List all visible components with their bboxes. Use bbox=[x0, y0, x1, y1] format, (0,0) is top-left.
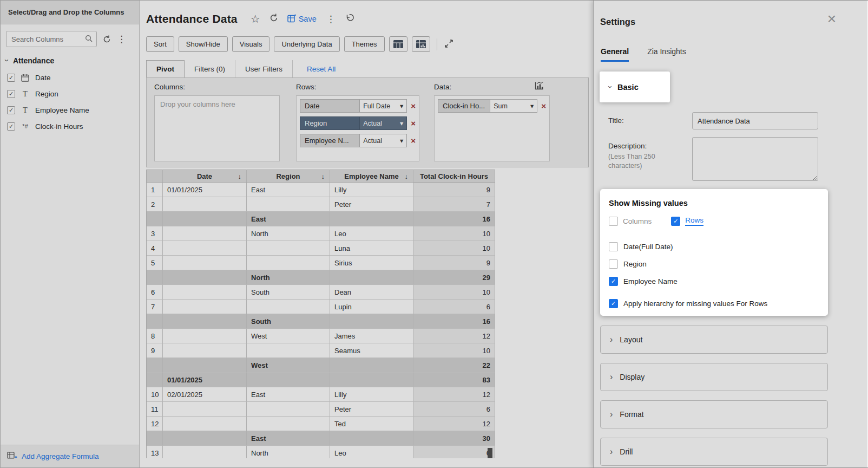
settings-section-layout[interactable]: ›Layout bbox=[600, 326, 828, 354]
columns-dropzone[interactable]: Drop your columns here bbox=[154, 95, 280, 161]
basic-section-header[interactable]: › Basic bbox=[600, 72, 670, 102]
refresh-columns-icon[interactable] bbox=[102, 35, 111, 44]
missing-option-apply-hierarchy-for-missing-values-for-rows[interactable]: ✓Apply hierarchy for missing values For … bbox=[609, 299, 819, 308]
reset-all-link[interactable]: Reset All bbox=[307, 60, 336, 77]
compact-view-icon[interactable] bbox=[389, 36, 407, 52]
row-chip-region[interactable]: RegionActual▾ bbox=[300, 116, 407, 130]
field-item-employee-name[interactable]: ✓TEmployee Name bbox=[7, 102, 136, 118]
table-scrollbar-thumb[interactable] bbox=[488, 448, 492, 458]
missing-option-date-full-date[interactable]: Date(Full Date) bbox=[609, 242, 819, 251]
settings-section-display[interactable]: ›Display bbox=[600, 363, 828, 391]
tab-filters[interactable]: Filters (0) bbox=[185, 60, 235, 77]
table-row: 3NorthLeo10 bbox=[147, 226, 496, 241]
cell-hours: 9 bbox=[413, 183, 495, 197]
chip-mode-select[interactable]: Actual▾ bbox=[359, 134, 407, 147]
description-field[interactable] bbox=[692, 137, 818, 181]
remove-chip-icon[interactable]: × bbox=[411, 102, 416, 110]
table-row: 7Lupin6 bbox=[147, 300, 496, 314]
close-icon[interactable]: × bbox=[827, 11, 836, 27]
toolbar-button-sort[interactable]: Sort bbox=[146, 36, 174, 52]
chip-mode-select[interactable]: Full Date▾ bbox=[359, 99, 407, 113]
add-aggregate-formula-link[interactable]: Add Aggregate Formula bbox=[22, 452, 99, 460]
title-more-options-icon[interactable]: ⋮ bbox=[326, 14, 336, 25]
settings-tab-zia-insights[interactable]: Zia Insights bbox=[647, 47, 686, 62]
cell-emp bbox=[330, 431, 413, 446]
rows-checkbox[interactable]: ✓ bbox=[671, 217, 680, 226]
settings-section-drill[interactable]: ›Drill bbox=[600, 438, 828, 466]
header-cell-employee-name[interactable]: Employee Name↓ bbox=[330, 170, 413, 183]
field-item-region[interactable]: ✓TRegion bbox=[7, 86, 136, 102]
sidebar-more-options-icon[interactable]: ⋮ bbox=[117, 34, 126, 45]
text-icon: T bbox=[21, 89, 30, 99]
resize-columns-icon[interactable] bbox=[444, 40, 454, 49]
checkbox[interactable]: ✓ bbox=[609, 299, 618, 308]
title-field[interactable] bbox=[692, 112, 818, 129]
field-item-date[interactable]: ✓Date bbox=[7, 69, 136, 86]
sort-descending-icon[interactable]: ↓ bbox=[321, 172, 325, 180]
missing-option-region[interactable]: Region bbox=[609, 259, 819, 269]
cell-date bbox=[163, 417, 247, 431]
toolbar-button-themes[interactable]: Themes bbox=[344, 36, 385, 52]
cell-num: 1 bbox=[147, 183, 163, 197]
cell-region bbox=[247, 402, 330, 417]
save-button[interactable]: Save bbox=[287, 14, 317, 24]
row-chip-employee-n[interactable]: Employee N...Actual▾ bbox=[300, 134, 407, 147]
settings-tabs: GeneralZia Insights bbox=[601, 47, 686, 62]
columns-checkbox[interactable] bbox=[609, 217, 618, 226]
settings-tab-general[interactable]: General bbox=[601, 47, 629, 62]
search-input[interactable] bbox=[6, 31, 97, 47]
cell-num: 4 bbox=[147, 241, 163, 256]
checkbox[interactable] bbox=[609, 259, 618, 269]
checkbox[interactable] bbox=[609, 242, 618, 251]
undo-icon[interactable] bbox=[344, 13, 354, 25]
cell-hours: 6 bbox=[413, 402, 495, 417]
chip-mode-select[interactable]: Sum▾ bbox=[490, 99, 537, 113]
checkbox-label: Employee Name bbox=[623, 277, 678, 285]
pivot-chart-icon[interactable] bbox=[534, 81, 544, 93]
cell-date bbox=[163, 241, 247, 256]
columns-placeholder: Drop your columns here bbox=[155, 96, 279, 113]
table-row: 5Sirius9 bbox=[147, 256, 496, 270]
sort-descending-icon[interactable]: ↓ bbox=[405, 172, 409, 180]
data-chip-clock-in-ho[interactable]: Clock-in Ho...Sum▾ bbox=[438, 99, 537, 113]
row-chip-date[interactable]: DateFull Date▾ bbox=[300, 99, 407, 113]
cell-date bbox=[163, 285, 247, 300]
chip-mode-select[interactable]: Actual▾ bbox=[359, 116, 407, 130]
header-cell-total-clock-in-hours[interactable]: Total Clock-in Hours bbox=[413, 170, 495, 183]
checkbox[interactable]: ✓ bbox=[609, 277, 618, 286]
field-checkbox[interactable]: ✓ bbox=[7, 106, 15, 114]
field-checkbox[interactable]: ✓ bbox=[7, 122, 15, 131]
refresh-view-icon[interactable] bbox=[269, 13, 279, 25]
toolbar-button-underlying-data[interactable]: Underlying Data bbox=[274, 36, 339, 52]
rows-dropzone[interactable]: DateFull Date▾×RegionActual▾×Employee N.… bbox=[296, 95, 419, 161]
chip-label: Employee N... bbox=[300, 134, 359, 147]
toolbar-button-show-hide[interactable]: Show/Hide bbox=[179, 36, 228, 52]
cell-emp bbox=[330, 270, 413, 285]
missing-option-employee-name[interactable]: ✓Employee Name bbox=[609, 277, 819, 286]
tab-pivot[interactable]: Pivot bbox=[146, 60, 185, 77]
field-checkbox[interactable]: ✓ bbox=[7, 90, 15, 98]
settings-section-format[interactable]: ›Format bbox=[600, 400, 828, 428]
sort-descending-icon[interactable]: ↓ bbox=[238, 172, 242, 180]
remove-chip-icon[interactable]: × bbox=[411, 119, 416, 127]
header-cell-date[interactable]: Date↓ bbox=[163, 170, 247, 183]
pivot-table-header: Date↓Region↓Employee Name↓Total Clock-in… bbox=[147, 170, 496, 183]
favorite-star-icon[interactable]: ☆ bbox=[251, 12, 260, 25]
toolbar-button-visuals[interactable]: Visuals bbox=[232, 36, 270, 52]
field-item-clock-in-hours[interactable]: ✓*#Clock-in Hours bbox=[7, 118, 136, 134]
missing-columns-option[interactable]: Columns bbox=[609, 217, 652, 226]
data-dropzone[interactable]: Clock-in Ho...Sum▾× bbox=[434, 95, 550, 161]
missing-rows-option[interactable]: ✓ Rows bbox=[671, 216, 703, 226]
columns-sidebar: Select/Drag and Drop the Columns ⋮ › Att… bbox=[1, 1, 140, 467]
remove-chip-icon[interactable]: × bbox=[541, 102, 546, 110]
cell-num bbox=[147, 373, 163, 387]
field-checkbox[interactable]: ✓ bbox=[7, 74, 15, 82]
tab-user-filters[interactable]: User Filters bbox=[235, 60, 293, 77]
table-tree-header[interactable]: › Attendance bbox=[6, 56, 54, 65]
cell-hours: 9 bbox=[413, 256, 495, 270]
header-cell-region[interactable]: Region↓ bbox=[247, 170, 330, 183]
cell-date bbox=[163, 212, 247, 226]
remove-chip-icon[interactable]: × bbox=[411, 136, 416, 145]
classic-view-icon[interactable] bbox=[412, 36, 430, 52]
view-toolbar: SortShow/HideVisualsUnderlying DataTheme… bbox=[146, 36, 454, 52]
